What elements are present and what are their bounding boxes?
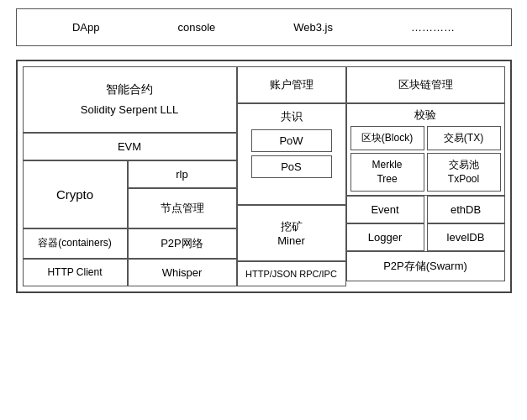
p2p-cell: P2P网络 xyxy=(128,228,237,259)
validation-title: 校验 xyxy=(350,108,501,123)
smart-contract-label: 智能合约 xyxy=(106,79,153,100)
account-mgmt-cell: 账户管理 xyxy=(237,66,346,103)
top-bar: DApp console Web3.js ………… xyxy=(16,8,512,46)
http-rpc-cell: HTTP/JSON RPC/IPC xyxy=(237,261,346,286)
blockchain-mgmt-cell: 区块链管理 xyxy=(346,66,505,103)
top-console: console xyxy=(177,21,215,34)
containers-label: 容器(containers) xyxy=(38,237,111,249)
leveldb-label: levelDB xyxy=(447,231,485,244)
tx-label: 交易(TX) xyxy=(444,132,483,144)
block-label: 区块(Block) xyxy=(361,132,413,144)
txpool-cell: 交易池TxPool xyxy=(427,153,501,192)
consensus-label: 共识 xyxy=(281,109,303,124)
evm-cell: EVM xyxy=(23,133,237,160)
logger-cell: Logger xyxy=(346,223,424,251)
top-dots: ………… xyxy=(411,21,455,34)
smart-contract-sub: Solidity Serpent LLL xyxy=(81,100,178,119)
mining-cell: 挖矿 Miner xyxy=(237,205,346,261)
pos-cell: PoS xyxy=(251,155,332,178)
tx-cell: 交易(TX) xyxy=(427,126,501,150)
ethdb-cell: ethDB xyxy=(427,196,505,223)
merkle-cell: MerkleTree xyxy=(350,153,424,192)
rlp-cell: rlp xyxy=(128,160,237,188)
event-cell: Event xyxy=(346,196,424,223)
main-diagram: 智能合约 Solidity Serpent LLL EVM Crypto rlp xyxy=(16,60,512,293)
whisper-label: Whisper xyxy=(162,266,203,279)
pow-cell: PoW xyxy=(251,129,332,152)
p2p-label: P2P网络 xyxy=(161,237,203,249)
p2p-swarm-label: P2P存储(Swarm) xyxy=(383,260,467,272)
mining-sub: Miner xyxy=(277,234,305,247)
containers-cell: 容器(containers) xyxy=(23,228,128,259)
pos-label: PoS xyxy=(281,160,302,173)
row-crypto: Crypto rlp 节点管理 xyxy=(23,160,237,228)
account-mgmt-label: 账户管理 xyxy=(270,78,314,91)
rlp-label: rlp xyxy=(176,168,187,181)
merkle-label: MerkleTree xyxy=(372,159,402,185)
txpool-label: 交易池TxPool xyxy=(448,159,479,185)
pow-label: PoW xyxy=(279,134,303,147)
block-cell: 区块(Block) xyxy=(350,126,424,150)
http-rpc-label: HTTP/JSON RPC/IPC xyxy=(245,269,337,279)
node-mgmt-cell: 节点管理 xyxy=(128,188,237,228)
smart-contract-cell: 智能合约 Solidity Serpent LLL xyxy=(23,66,237,133)
mining-label: 挖矿 xyxy=(281,219,303,234)
node-mgmt-label: 节点管理 xyxy=(161,202,204,214)
top-web3js: Web3.js xyxy=(293,21,333,34)
event-label: Event xyxy=(371,203,398,216)
blockchain-mgmt-label: 区块链管理 xyxy=(398,78,453,91)
leveldb-cell: levelDB xyxy=(427,223,505,251)
whisper-cell: Whisper xyxy=(128,259,237,286)
validation-label: 校验 xyxy=(414,108,436,121)
http-client-cell: HTTP Client xyxy=(23,259,128,286)
p2p-swarm-cell: P2P存储(Swarm) xyxy=(346,251,505,281)
evm-label: EVM xyxy=(118,140,141,153)
validation-area: 校验 区块(Block) 交易(TX) MerkleTree 交易池TxPoo xyxy=(346,103,505,196)
ethdb-label: ethDB xyxy=(451,203,481,216)
row-containers: 容器(containers) P2P网络 xyxy=(23,228,237,259)
http-client-label: HTTP Client xyxy=(47,266,102,278)
row-http: HTTP Client Whisper xyxy=(23,259,237,286)
row1: 智能合约 Solidity Serpent LLL EVM Crypto rlp xyxy=(23,66,505,286)
crypto-cell: Crypto xyxy=(23,160,128,228)
logger-label: Logger xyxy=(368,231,402,244)
consensus-cell: 共识 PoW PoS xyxy=(237,103,346,205)
top-dapp: DApp xyxy=(72,21,100,34)
crypto-label: Crypto xyxy=(56,187,93,202)
